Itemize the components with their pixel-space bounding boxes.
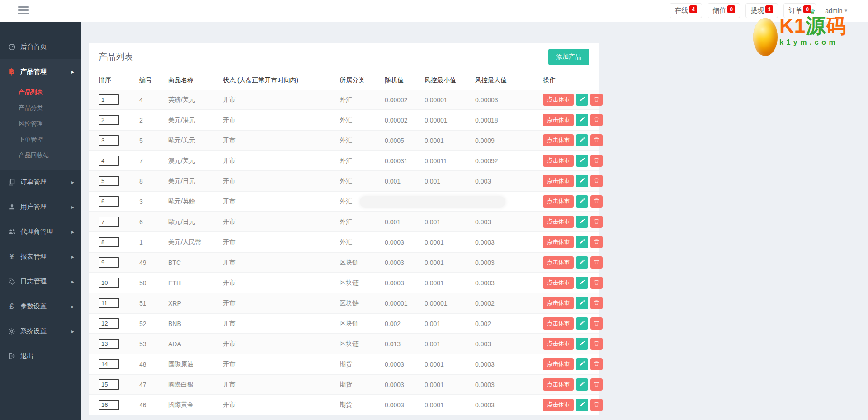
- edit-button[interactable]: [576, 236, 588, 248]
- close-market-button[interactable]: 点击休市: [543, 358, 574, 370]
- edit-button[interactable]: [576, 297, 588, 309]
- sidebar-item-orders[interactable]: 订单管理 ▸: [0, 170, 81, 194]
- delete-button[interactable]: [590, 195, 603, 208]
- sort-input[interactable]: [99, 257, 119, 268]
- edit-button[interactable]: [576, 195, 588, 208]
- edit-button[interactable]: [576, 256, 588, 269]
- sort-input[interactable]: [99, 176, 119, 186]
- trash-icon: [594, 178, 599, 185]
- delete-button[interactable]: [590, 399, 603, 411]
- close-market-button[interactable]: 点击休市: [543, 277, 574, 289]
- header-stat-item[interactable]: 提现 1: [745, 3, 778, 18]
- edit-button[interactable]: [576, 94, 588, 106]
- edit-button[interactable]: [576, 338, 588, 350]
- delete-button[interactable]: [590, 134, 603, 146]
- sidebar-subitem[interactable]: 产品列表: [0, 84, 81, 100]
- close-market-button[interactable]: 点击休市: [543, 236, 574, 248]
- close-market-button[interactable]: 点击休市: [543, 399, 574, 411]
- sidebar-item-product-mgmt[interactable]: ฿ 产品管理 ▸: [0, 59, 81, 84]
- edit-button[interactable]: [576, 399, 588, 411]
- sort-input[interactable]: [99, 217, 119, 227]
- edit-button[interactable]: [576, 358, 588, 370]
- cell-risk-min: 0.001: [425, 218, 475, 226]
- close-market-button[interactable]: 点击休市: [543, 134, 574, 146]
- cell-risk-max: 0.002: [475, 320, 543, 327]
- sort-input[interactable]: [99, 318, 119, 329]
- table-row: 6 歐元/日元 开市 外汇 0.001 0.001 0.003 点击休市: [89, 212, 599, 232]
- sidebar-item-logs[interactable]: 日志管理 ▸: [0, 269, 81, 294]
- delete-button[interactable]: [590, 277, 603, 289]
- sort-input[interactable]: [99, 115, 119, 125]
- add-product-button[interactable]: 添加产品: [548, 49, 589, 65]
- delete-button[interactable]: [590, 256, 603, 269]
- header-stat-item[interactable]: 在线 4: [670, 3, 702, 18]
- delete-button[interactable]: [590, 358, 603, 370]
- sidebar-subitem[interactable]: 产品回收站: [0, 147, 81, 163]
- edit-button[interactable]: [576, 134, 588, 146]
- close-market-button[interactable]: 点击休市: [543, 195, 574, 208]
- trash-icon: [594, 401, 599, 409]
- column-header: 所属分类: [340, 76, 385, 85]
- delete-button[interactable]: [590, 94, 603, 106]
- sidebar-subitem[interactable]: 下单管控: [0, 132, 81, 147]
- header-stat-item[interactable]: 订单 0: [783, 3, 816, 18]
- delete-button[interactable]: [590, 378, 603, 391]
- delete-button[interactable]: [590, 216, 603, 228]
- sort-input[interactable]: [99, 278, 119, 288]
- sidebar-item-reports[interactable]: ¥ 报表管理 ▸: [0, 244, 81, 269]
- menu-toggle-icon[interactable]: [18, 6, 29, 16]
- edit-button[interactable]: [576, 317, 588, 330]
- edit-button[interactable]: [576, 155, 588, 167]
- cell-risk-min: 0.0001: [425, 259, 475, 266]
- cell-product-name: 美元/港元: [168, 116, 223, 124]
- close-market-button[interactable]: 点击休市: [543, 256, 574, 269]
- close-market-button[interactable]: 点击休市: [543, 175, 574, 187]
- delete-button[interactable]: [590, 114, 603, 126]
- trash-icon: [594, 300, 599, 307]
- cell-product-name: 歐元/日元: [168, 218, 223, 226]
- sort-input[interactable]: [99, 339, 119, 349]
- delete-button[interactable]: [590, 155, 603, 167]
- close-market-button[interactable]: 点击休市: [543, 297, 574, 309]
- sidebar-item-label: 后台首页: [20, 42, 47, 51]
- cell-risk-min: 0.001: [425, 320, 475, 327]
- admin-dropdown[interactable]: admin ▾: [825, 7, 847, 14]
- sidebar-subitem[interactable]: 风控管理: [0, 116, 81, 132]
- close-market-button[interactable]: 点击休市: [543, 216, 574, 228]
- edit-button[interactable]: [576, 216, 588, 228]
- sidebar-item-params[interactable]: £ 参数设置 ▸: [0, 294, 81, 319]
- sidebar-item-system[interactable]: 系统设置 ▸: [0, 319, 81, 344]
- cell-risk-max: 0.0003: [475, 259, 543, 266]
- sort-input[interactable]: [99, 298, 119, 308]
- edit-button[interactable]: [576, 114, 588, 126]
- close-market-button[interactable]: 点击休市: [543, 114, 574, 126]
- delete-button[interactable]: [590, 338, 603, 350]
- sort-input[interactable]: [99, 400, 119, 410]
- sort-input[interactable]: [99, 196, 119, 207]
- close-market-button[interactable]: 点击休市: [543, 155, 574, 167]
- header-stat-item[interactable]: 储值 0: [708, 3, 740, 18]
- sidebar-item-agents[interactable]: 代理商管理 ▸: [0, 219, 81, 244]
- delete-button[interactable]: [590, 317, 603, 330]
- close-market-button[interactable]: 点击休市: [543, 338, 574, 350]
- cell-status: 开市: [223, 137, 340, 145]
- close-market-button[interactable]: 点击休市: [543, 94, 574, 106]
- close-market-button[interactable]: 点击休市: [543, 378, 574, 391]
- sort-input[interactable]: [99, 237, 119, 247]
- close-market-button[interactable]: 点击休市: [543, 317, 574, 330]
- sidebar-item-home[interactable]: 后台首页: [0, 34, 81, 59]
- sort-input[interactable]: [99, 156, 119, 166]
- delete-button[interactable]: [590, 175, 603, 187]
- edit-button[interactable]: [576, 378, 588, 391]
- edit-button[interactable]: [576, 277, 588, 289]
- edit-button[interactable]: [576, 175, 588, 187]
- sort-input[interactable]: [99, 94, 119, 105]
- sort-input[interactable]: [99, 379, 119, 390]
- sort-input[interactable]: [99, 135, 119, 146]
- sidebar-subitem[interactable]: 产品分类: [0, 100, 81, 116]
- sidebar-item-users[interactable]: 用户管理 ▸: [0, 194, 81, 219]
- delete-button[interactable]: [590, 297, 603, 309]
- delete-button[interactable]: [590, 236, 603, 248]
- sidebar-item-logout[interactable]: 退出: [0, 344, 81, 368]
- sort-input[interactable]: [99, 359, 119, 369]
